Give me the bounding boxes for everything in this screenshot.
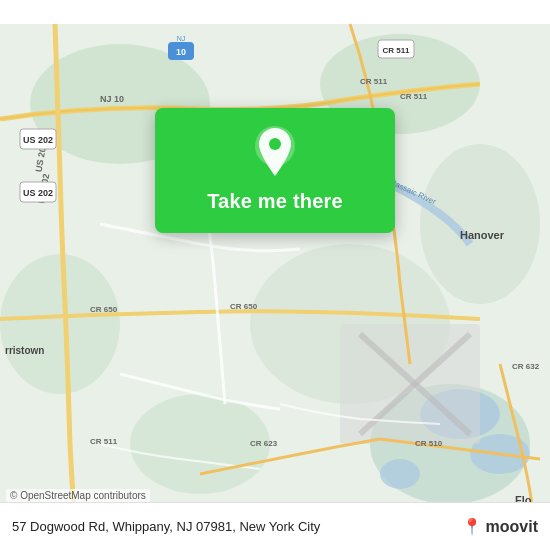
moovit-logo: 📍 moovit (462, 517, 538, 536)
svg-text:CR 511: CR 511 (360, 77, 388, 86)
bottom-bar: 57 Dogwood Rd, Whippany, NJ 07981, New Y… (0, 502, 550, 550)
svg-text:rristown: rristown (5, 345, 44, 356)
take-me-there-button[interactable]: Take me there (207, 190, 343, 213)
cta-card: Take me there (155, 108, 395, 233)
svg-point-10 (380, 459, 420, 489)
svg-text:NJ: NJ (177, 35, 186, 42)
svg-text:CR 511: CR 511 (90, 437, 118, 446)
map-container: NJ 10 US 202 US 202 CR 511 CR 511 CR 650… (0, 0, 550, 550)
svg-text:CR 650: CR 650 (230, 302, 258, 311)
svg-point-3 (420, 144, 540, 304)
osm-credit: © OpenStreetMap contributors (6, 489, 150, 502)
moovit-pin-emoji: 📍 (462, 517, 482, 536)
svg-text:US 202: US 202 (23, 188, 53, 198)
svg-text:CR 511: CR 511 (400, 92, 428, 101)
location-pin-icon-wrap (247, 124, 303, 180)
svg-text:10: 10 (176, 47, 186, 57)
svg-point-5 (0, 254, 120, 394)
moovit-label: moovit (486, 518, 538, 536)
svg-text:CR 623: CR 623 (250, 439, 278, 448)
svg-text:Hanover: Hanover (460, 229, 505, 241)
svg-text:CR 511: CR 511 (382, 46, 410, 55)
svg-point-39 (269, 138, 281, 150)
svg-text:CR 632: CR 632 (512, 362, 540, 371)
address-text: 57 Dogwood Rd, Whippany, NJ 07981, New Y… (12, 519, 320, 534)
svg-text:CR 510: CR 510 (415, 439, 443, 448)
location-pin-icon (253, 126, 297, 178)
svg-text:US 202: US 202 (23, 135, 53, 145)
svg-text:NJ 10: NJ 10 (100, 94, 124, 104)
svg-point-6 (130, 394, 270, 494)
svg-text:CR 650: CR 650 (90, 305, 118, 314)
map-background: NJ 10 US 202 US 202 CR 511 CR 511 CR 650… (0, 0, 550, 550)
